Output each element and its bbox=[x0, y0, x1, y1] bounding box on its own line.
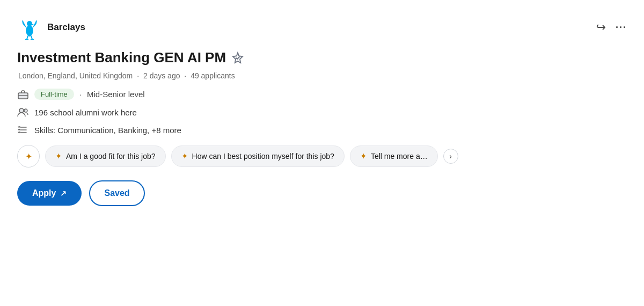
job-posted: 2 days ago bbox=[143, 71, 180, 80]
alumni-icon bbox=[17, 107, 29, 117]
share-icon[interactable]: ↩ bbox=[596, 20, 606, 34]
skills-row: Skills: Communication, Banking, +8 more bbox=[17, 125, 627, 135]
ai-chip-more-label: Tell me more a… bbox=[371, 152, 428, 161]
job-card: Barclays ↩ ··· Investment Banking GEN AI… bbox=[0, 0, 644, 306]
svg-point-14 bbox=[19, 108, 24, 113]
more-options-icon[interactable]: ··· bbox=[616, 22, 627, 33]
employment-type-badge: Full-time bbox=[34, 89, 74, 100]
job-title: Investment Banking GEN AI PM bbox=[17, 49, 226, 66]
company-info: Barclays bbox=[17, 15, 85, 40]
job-meta: London, England, United Kingdom · 2 days… bbox=[17, 71, 627, 80]
job-applicants: 49 applicants bbox=[191, 71, 235, 80]
meta-separator-2: · bbox=[184, 71, 188, 80]
external-link-icon: ↗ bbox=[60, 189, 67, 198]
ai-star-icon: ✦ bbox=[25, 151, 32, 162]
job-location: London, England, United Kingdom bbox=[18, 71, 133, 80]
chip-star-icon-1: ✦ bbox=[55, 151, 62, 161]
apply-button[interactable]: Apply ↗ bbox=[17, 181, 82, 206]
company-name: Barclays bbox=[47, 22, 85, 33]
chip-star-icon-2: ✦ bbox=[181, 151, 188, 161]
ai-chip-position[interactable]: ✦ How can I best position myself for thi… bbox=[171, 145, 345, 167]
saved-button[interactable]: Saved bbox=[89, 180, 144, 206]
meta-separator-1: · bbox=[137, 71, 141, 80]
ai-circle-button[interactable]: ✦ bbox=[17, 145, 40, 167]
header-row: Barclays ↩ ··· bbox=[17, 15, 627, 40]
apply-label: Apply bbox=[32, 188, 56, 198]
level-separator: · bbox=[79, 90, 82, 99]
ai-chip-fit-label: Am I a good fit for this job? bbox=[66, 152, 156, 161]
ai-chips-row: ✦ ✦ Am I a good fit for this job? ✦ How … bbox=[17, 145, 627, 167]
job-level: Mid-Senior level bbox=[87, 90, 145, 99]
employment-type-row: Full-time · Mid-Senior level bbox=[17, 89, 627, 100]
chevron-right-icon: › bbox=[449, 152, 452, 161]
briefcase-icon bbox=[17, 90, 29, 99]
svg-point-15 bbox=[24, 109, 27, 112]
svg-line-11 bbox=[32, 39, 34, 40]
skills-icon bbox=[17, 125, 29, 135]
svg-line-8 bbox=[27, 39, 28, 40]
barclays-logo bbox=[17, 15, 42, 40]
job-title-row: Investment Banking GEN AI PM bbox=[17, 49, 627, 66]
alumni-text: 196 school alumni work here bbox=[34, 108, 137, 117]
alumni-row: 196 school alumni work here bbox=[17, 107, 627, 117]
chip-star-icon-3: ✦ bbox=[360, 151, 367, 161]
ai-chip-position-label: How can I best position myself for this … bbox=[192, 152, 334, 161]
ai-chip-fit[interactable]: ✦ Am I a good fit for this job? bbox=[45, 145, 166, 167]
saved-label: Saved bbox=[104, 188, 129, 198]
actions-row: Apply ↗ Saved bbox=[17, 180, 627, 206]
svg-point-2 bbox=[27, 21, 32, 26]
ai-chip-more[interactable]: ✦ Tell me more a… bbox=[350, 145, 438, 167]
svg-point-1 bbox=[26, 25, 33, 36]
verified-icon bbox=[231, 52, 244, 64]
skills-text: Skills: Communication, Banking, +8 more bbox=[34, 126, 181, 135]
chips-scroll-right[interactable]: › bbox=[443, 149, 458, 164]
header-actions: ↩ ··· bbox=[596, 20, 627, 34]
